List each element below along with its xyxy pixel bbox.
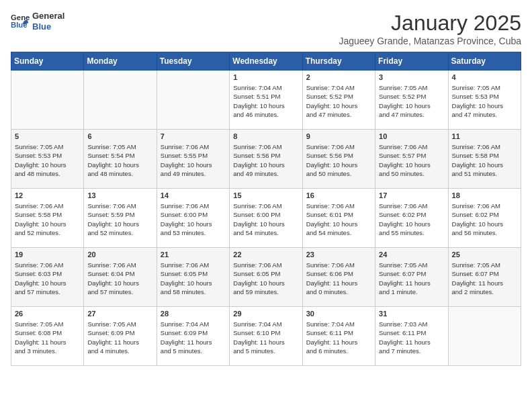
weekday-header-sunday: Sunday <box>11 52 84 71</box>
cell-content: Sunrise: 7:06 AM Sunset: 6:05 PM Dayligh… <box>233 261 298 296</box>
calendar-cell: 10Sunrise: 7:06 AM Sunset: 5:57 PM Dayli… <box>375 130 448 189</box>
weekday-header-saturday: Saturday <box>448 52 521 71</box>
cell-content: Sunrise: 7:06 AM Sunset: 5:56 PM Dayligh… <box>233 142 298 178</box>
calendar-week-row: 1Sunrise: 7:04 AM Sunset: 5:51 PM Daylig… <box>11 71 521 130</box>
day-number: 18 <box>452 191 517 199</box>
cell-content: Sunrise: 7:05 AM Sunset: 6:08 PM Dayligh… <box>15 320 80 355</box>
weekday-header-tuesday: Tuesday <box>157 52 229 71</box>
logo-general: General <box>32 11 64 21</box>
calendar-cell <box>157 71 229 130</box>
calendar-cell: 11Sunrise: 7:06 AM Sunset: 5:58 PM Dayli… <box>448 130 521 189</box>
calendar-cell: 25Sunrise: 7:05 AM Sunset: 6:07 PM Dayli… <box>448 248 521 307</box>
day-number: 21 <box>161 250 226 259</box>
calendar-cell: 2Sunrise: 7:04 AM Sunset: 5:52 PM Daylig… <box>302 71 375 130</box>
cell-content: Sunrise: 7:06 AM Sunset: 6:00 PM Dayligh… <box>161 201 226 237</box>
cell-content: Sunrise: 7:06 AM Sunset: 6:06 PM Dayligh… <box>306 261 371 296</box>
day-number: 8 <box>233 132 298 140</box>
calendar-cell <box>448 307 521 366</box>
calendar-cell: 5Sunrise: 7:05 AM Sunset: 5:53 PM Daylig… <box>11 130 84 189</box>
cell-content: Sunrise: 7:06 AM Sunset: 5:55 PM Dayligh… <box>161 142 226 178</box>
calendar-cell: 26Sunrise: 7:05 AM Sunset: 6:08 PM Dayli… <box>11 307 84 366</box>
cell-content: Sunrise: 7:04 AM Sunset: 5:52 PM Dayligh… <box>306 83 371 119</box>
day-number: 1 <box>233 73 298 81</box>
cell-content: Sunrise: 7:05 AM Sunset: 5:52 PM Dayligh… <box>379 83 444 119</box>
day-number: 26 <box>15 310 80 318</box>
cell-content: Sunrise: 7:05 AM Sunset: 5:53 PM Dayligh… <box>15 142 80 178</box>
day-number: 2 <box>306 73 371 81</box>
day-number: 23 <box>306 250 371 259</box>
cell-content: Sunrise: 7:05 AM Sunset: 5:53 PM Dayligh… <box>452 83 517 119</box>
day-number: 12 <box>15 191 80 199</box>
cell-content: Sunrise: 7:04 AM Sunset: 6:10 PM Dayligh… <box>233 320 298 355</box>
day-number: 29 <box>233 310 298 318</box>
svg-text:Blue: Blue <box>11 20 28 28</box>
weekday-header-wednesday: Wednesday <box>230 52 302 71</box>
calendar-cell: 12Sunrise: 7:06 AM Sunset: 5:58 PM Dayli… <box>11 189 84 248</box>
cell-content: Sunrise: 7:06 AM Sunset: 6:01 PM Dayligh… <box>306 201 371 237</box>
calendar-cell <box>11 71 84 130</box>
cell-content: Sunrise: 7:06 AM Sunset: 5:56 PM Dayligh… <box>306 142 371 178</box>
calendar-cell: 3Sunrise: 7:05 AM Sunset: 5:52 PM Daylig… <box>375 71 448 130</box>
day-number: 3 <box>379 73 444 81</box>
calendar-table: SundayMondayTuesdayWednesdayThursdayFrid… <box>11 52 521 366</box>
calendar-cell: 24Sunrise: 7:05 AM Sunset: 6:07 PM Dayli… <box>375 248 448 307</box>
calendar-cell: 29Sunrise: 7:04 AM Sunset: 6:10 PM Dayli… <box>230 307 302 366</box>
calendar-week-row: 5Sunrise: 7:05 AM Sunset: 5:53 PM Daylig… <box>11 130 521 189</box>
calendar-cell: 7Sunrise: 7:06 AM Sunset: 5:55 PM Daylig… <box>157 130 229 189</box>
day-number: 13 <box>87 191 152 199</box>
day-number: 30 <box>306 310 371 318</box>
day-number: 7 <box>161 132 226 140</box>
day-number: 4 <box>452 73 517 81</box>
cell-content: Sunrise: 7:06 AM Sunset: 5:58 PM Dayligh… <box>452 142 517 178</box>
cell-content: Sunrise: 7:05 AM Sunset: 6:09 PM Dayligh… <box>87 320 152 355</box>
cell-content: Sunrise: 7:04 AM Sunset: 6:11 PM Dayligh… <box>306 320 371 355</box>
day-number: 11 <box>452 132 517 140</box>
calendar-cell: 6Sunrise: 7:05 AM Sunset: 5:54 PM Daylig… <box>84 130 157 189</box>
logo-icon: General Blue <box>11 12 30 31</box>
calendar-cell: 15Sunrise: 7:06 AM Sunset: 6:00 PM Dayli… <box>230 189 302 248</box>
calendar-cell: 21Sunrise: 7:06 AM Sunset: 6:05 PM Dayli… <box>157 248 229 307</box>
calendar-cell: 23Sunrise: 7:06 AM Sunset: 6:06 PM Dayli… <box>302 248 375 307</box>
calendar-cell: 13Sunrise: 7:06 AM Sunset: 5:59 PM Dayli… <box>84 189 157 248</box>
weekday-header-row: SundayMondayTuesdayWednesdayThursdayFrid… <box>11 52 521 71</box>
calendar-cell: 17Sunrise: 7:06 AM Sunset: 6:02 PM Dayli… <box>375 189 448 248</box>
calendar-cell: 28Sunrise: 7:04 AM Sunset: 6:09 PM Dayli… <box>157 307 229 366</box>
calendar-cell: 8Sunrise: 7:06 AM Sunset: 5:56 PM Daylig… <box>230 130 302 189</box>
day-number: 15 <box>233 191 298 199</box>
cell-content: Sunrise: 7:06 AM Sunset: 5:59 PM Dayligh… <box>87 201 152 237</box>
day-number: 10 <box>379 132 444 140</box>
page-header: General Blue General Blue January 2025 J… <box>11 11 521 46</box>
calendar-cell: 9Sunrise: 7:06 AM Sunset: 5:56 PM Daylig… <box>302 130 375 189</box>
cell-content: Sunrise: 7:06 AM Sunset: 6:00 PM Dayligh… <box>233 201 298 237</box>
calendar-week-row: 26Sunrise: 7:05 AM Sunset: 6:08 PM Dayli… <box>11 307 521 366</box>
calendar-cell: 18Sunrise: 7:06 AM Sunset: 6:02 PM Dayli… <box>448 189 521 248</box>
day-number: 6 <box>87 132 152 140</box>
day-number: 9 <box>306 132 371 140</box>
calendar-cell: 30Sunrise: 7:04 AM Sunset: 6:11 PM Dayli… <box>302 307 375 366</box>
day-number: 14 <box>161 191 226 199</box>
cell-content: Sunrise: 7:06 AM Sunset: 6:02 PM Dayligh… <box>379 201 444 237</box>
calendar-cell: 4Sunrise: 7:05 AM Sunset: 5:53 PM Daylig… <box>448 71 521 130</box>
weekday-header-monday: Monday <box>84 52 157 71</box>
title-block: January 2025 Jagueey Grande, Matanzas Pr… <box>339 11 521 46</box>
calendar-cell: 22Sunrise: 7:06 AM Sunset: 6:05 PM Dayli… <box>230 248 302 307</box>
calendar-week-row: 19Sunrise: 7:06 AM Sunset: 6:03 PM Dayli… <box>11 248 521 307</box>
calendar-cell: 31Sunrise: 7:03 AM Sunset: 6:11 PM Dayli… <box>375 307 448 366</box>
cell-content: Sunrise: 7:03 AM Sunset: 6:11 PM Dayligh… <box>379 320 444 355</box>
day-number: 20 <box>87 250 152 259</box>
month-title: January 2025 <box>339 11 521 36</box>
calendar-cell: 27Sunrise: 7:05 AM Sunset: 6:09 PM Dayli… <box>84 307 157 366</box>
logo-blue: Blue <box>32 21 64 32</box>
day-number: 5 <box>15 132 80 140</box>
day-number: 19 <box>15 250 80 259</box>
day-number: 22 <box>233 250 298 259</box>
calendar-cell: 20Sunrise: 7:06 AM Sunset: 6:04 PM Dayli… <box>84 248 157 307</box>
cell-content: Sunrise: 7:05 AM Sunset: 6:07 PM Dayligh… <box>379 261 444 296</box>
day-number: 27 <box>87 310 152 318</box>
weekday-header-thursday: Thursday <box>302 52 375 71</box>
cell-content: Sunrise: 7:06 AM Sunset: 6:03 PM Dayligh… <box>15 261 80 296</box>
cell-content: Sunrise: 7:04 AM Sunset: 6:09 PM Dayligh… <box>161 320 226 355</box>
logo: General Blue General Blue <box>11 11 64 32</box>
day-number: 16 <box>306 191 371 199</box>
day-number: 17 <box>379 191 444 199</box>
